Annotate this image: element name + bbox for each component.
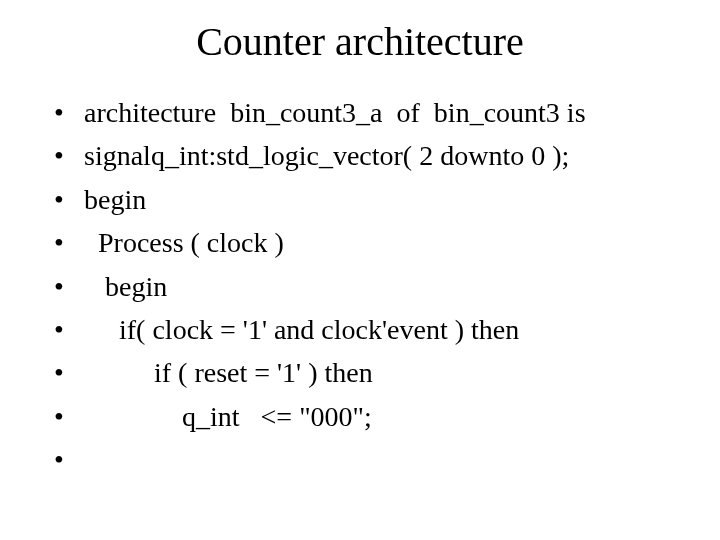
list-item: • bbox=[54, 438, 680, 481]
list-item: • begin bbox=[54, 178, 680, 221]
bullet-list: • architecture bin_count3_a of bin_count… bbox=[40, 91, 680, 482]
list-item: • signalq_int:std_logic_vector( 2 downto… bbox=[54, 134, 680, 177]
list-item: • begin bbox=[54, 265, 680, 308]
bullet-text: signalq_int:std_logic_vector( 2 downto 0… bbox=[84, 134, 680, 177]
bullet-icon: • bbox=[54, 265, 84, 308]
bullet-text: begin bbox=[84, 178, 680, 221]
list-item: • if( clock = '1' and clock'event ) then bbox=[54, 308, 680, 351]
bullet-icon: • bbox=[54, 438, 84, 481]
bullet-icon: • bbox=[54, 351, 84, 394]
bullet-text: q_int <= "000"; bbox=[84, 395, 680, 438]
bullet-icon: • bbox=[54, 178, 84, 221]
bullet-icon: • bbox=[54, 395, 84, 438]
bullet-text: Process ( clock ) bbox=[84, 221, 680, 264]
slide-title: Counter architecture bbox=[40, 18, 680, 65]
bullet-icon: • bbox=[54, 221, 84, 264]
bullet-text: begin bbox=[84, 265, 680, 308]
bullet-icon: • bbox=[54, 134, 84, 177]
list-item: • if ( reset = '1' ) then bbox=[54, 351, 680, 394]
bullet-icon: • bbox=[54, 91, 84, 134]
list-item: • q_int <= "000"; bbox=[54, 395, 680, 438]
bullet-text: if ( reset = '1' ) then bbox=[84, 351, 680, 394]
list-item: • architecture bin_count3_a of bin_count… bbox=[54, 91, 680, 134]
bullet-icon: • bbox=[54, 308, 84, 351]
list-item: • Process ( clock ) bbox=[54, 221, 680, 264]
bullet-text: architecture bin_count3_a of bin_count3 … bbox=[84, 91, 680, 134]
bullet-text: if( clock = '1' and clock'event ) then bbox=[84, 308, 680, 351]
